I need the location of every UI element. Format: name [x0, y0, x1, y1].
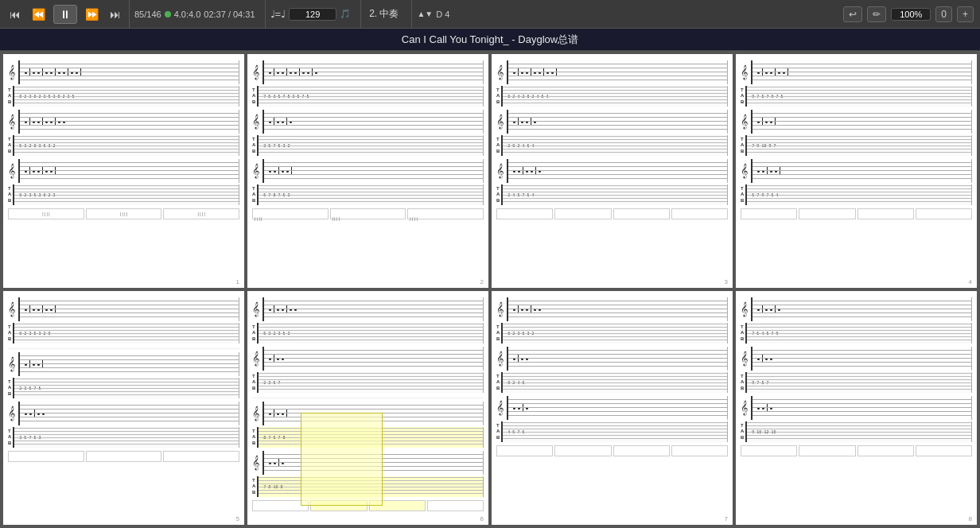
- clef-1: 𝄞: [8, 66, 15, 79]
- pencil-button[interactable]: ✏: [867, 6, 886, 22]
- notation-bar-1: [18, 60, 239, 84]
- zoom-display[interactable]: 100%: [891, 8, 931, 21]
- notation-row-2: 𝄞: [8, 110, 239, 134]
- score-page-1[interactable]: 𝄞 TAB 02: [3, 54, 244, 288]
- instrument-display: 2. 中奏: [366, 7, 402, 21]
- instrument-section: 2. 中奏: [360, 0, 406, 28]
- page-number-5: 5: [236, 515, 239, 522]
- time-signature-display: 4.0:4.0: [174, 10, 201, 19]
- position-section: 85/146 4.0:4.0 02:37 / 04:31: [129, 0, 260, 28]
- page-number-3: 3: [725, 278, 728, 285]
- beat-row: | | | | | | | | | | | |: [8, 208, 239, 219]
- tab-row-1: TAB 02 30 23 53 02 35: [8, 86, 239, 107]
- play-pause-button[interactable]: ⏸: [53, 5, 77, 24]
- measure-display: 85/146: [134, 10, 161, 19]
- clef-2: 𝄞: [8, 115, 15, 128]
- notation-row-3: 𝄞: [8, 159, 239, 183]
- beat-row-8: [741, 445, 972, 456]
- green-dot-indicator: [165, 11, 171, 17]
- key-section: ▲▼ D 4: [411, 0, 454, 28]
- metronome-icon: 🎵: [340, 9, 351, 19]
- score-page-3[interactable]: 𝄞 TAB 02 42: [492, 54, 733, 288]
- tab-label-1: TAB: [8, 87, 11, 105]
- page-number-7: 7: [725, 515, 728, 522]
- score-page-5[interactable]: 𝄞 TAB 02 35 32 0: [3, 291, 244, 525]
- undo-button[interactable]: ↩: [843, 6, 862, 22]
- score-page-4[interactable]: 𝄞 TAB 97 57 97 5: [736, 54, 977, 288]
- notes-1: [23, 60, 239, 84]
- page-number-6: 6: [480, 515, 484, 522]
- notation-bar-2: [18, 110, 239, 134]
- beat-row-7: [496, 445, 728, 456]
- score-grid: 𝄞 TAB 02: [0, 51, 980, 528]
- position-display: 02:37 / 04:31: [204, 10, 255, 19]
- page-number-2: 2: [480, 278, 484, 285]
- beat-row-6: [252, 500, 484, 511]
- score-page-8[interactable]: 𝄞 TAB 75 45 79: [736, 291, 977, 525]
- title-bar: Can I Call You Tonight_ - Dayglow总谱: [0, 29, 980, 51]
- note-icon: ♩=♩: [270, 8, 286, 20]
- tempo-section: ♩=♩ 129 🎵: [265, 0, 356, 28]
- page-number-1: 1: [236, 278, 239, 285]
- add-button[interactable]: +: [957, 6, 974, 22]
- score-content-1: 𝄞 TAB 02: [3, 54, 244, 288]
- tempo-display[interactable]: 129: [289, 8, 336, 21]
- forward-button[interactable]: ⏩: [82, 6, 102, 22]
- page-number-8: 8: [969, 515, 972, 522]
- cursor-value-display[interactable]: 0: [935, 6, 952, 22]
- score-page-7[interactable]: 𝄞 TAB 02 35 32: [492, 291, 733, 525]
- rewind-button[interactable]: ⏪: [29, 6, 49, 22]
- rewind-to-start-button[interactable]: ⏮: [6, 6, 24, 22]
- notation-row: 𝄞: [8, 60, 239, 84]
- beat-row-5: [8, 451, 239, 462]
- tab-row-3: TAB 02 35 30 23: [8, 184, 239, 205]
- score-page-2[interactable]: 𝄞 TAB 75 35: [247, 54, 488, 288]
- forward-to-end-button[interactable]: ⏭: [107, 6, 124, 22]
- score-title: Can I Call You Tonight_ - Dayglow总谱: [402, 33, 578, 47]
- key-display: D 4: [436, 10, 449, 19]
- beat-row-4: [741, 208, 972, 219]
- beat-row-3: [496, 208, 728, 219]
- beat-row-2: | | | | | | | | | | | |: [252, 208, 484, 219]
- toolbar: ⏮ ⏪ ⏸ ⏩ ⏭ 85/146 4.0:4.0 02:37 / 04:31 ♩…: [0, 0, 980, 29]
- page-number-4: 4: [969, 278, 972, 285]
- tab-bar-1: 02 30 23 53 02 35: [13, 86, 239, 107]
- score-page-6[interactable]: 𝄞 TAB 53 23 53: [247, 291, 488, 525]
- tab-notes-1: 02 30 23 53 02 35: [18, 86, 239, 107]
- tab-row-2: TAB 53 20 35 32: [8, 135, 239, 156]
